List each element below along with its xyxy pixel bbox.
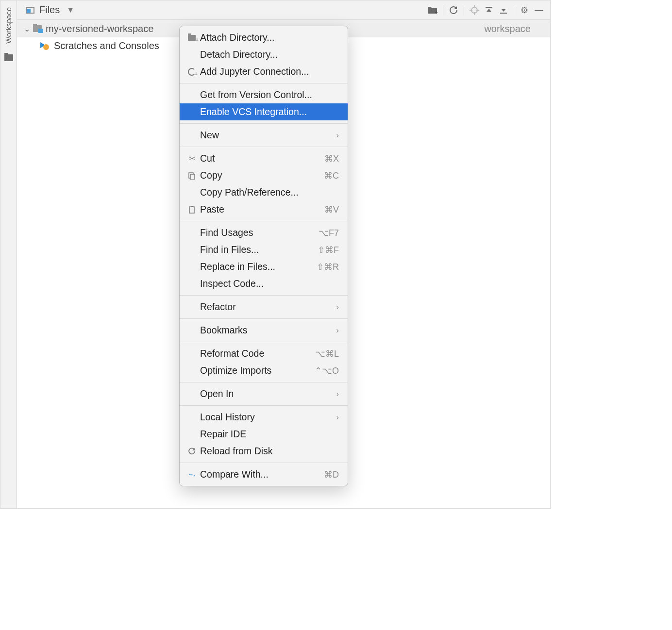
menu-separator: [180, 147, 348, 147]
collapse-all-icon[interactable]: [496, 3, 511, 17]
menu-item-shortcut: ⇧⌘R: [317, 262, 339, 272]
chevron-down-icon[interactable]: ⌄: [24, 24, 30, 33]
copy-icon: [185, 172, 198, 180]
menu-item-label: Open In: [198, 388, 336, 399]
menu-separator: [180, 342, 348, 342]
context-menu: Attach Directory...Detach Directory...Ad…: [179, 26, 348, 486]
gear-icon[interactable]: ⚙: [517, 3, 532, 17]
menu-item-shortcut: ⌘C: [324, 170, 339, 181]
menu-item-label: Detach Directory...: [198, 49, 339, 60]
scratches-icon: [40, 42, 49, 49]
menu-item[interactable]: Refactor›: [180, 298, 348, 315]
menu-item-label: Cut: [198, 153, 324, 164]
menu-item-label: Inspect Code...: [198, 278, 339, 289]
siderail-tab-workspace[interactable]: Workspace: [3, 4, 14, 47]
menu-item[interactable]: Enable VCS Integration...: [180, 103, 348, 120]
paste-icon: [185, 206, 198, 214]
menu-separator: [180, 295, 348, 296]
svg-text:+: +: [435, 10, 437, 15]
menu-item[interactable]: Add Jupyter Connection...: [180, 63, 348, 80]
menu-item-label: Find Usages: [198, 227, 319, 238]
menu-item-label: Copy: [198, 170, 324, 181]
expand-all-icon[interactable]: [482, 3, 496, 17]
view-selector-icon: [26, 7, 34, 14]
menu-separator: [180, 123, 348, 124]
menu-item-label: Compare With...: [198, 469, 324, 480]
menu-item-label: Local History: [198, 412, 336, 423]
refresh-icon[interactable]: [446, 3, 461, 17]
project-folder-icon: [33, 25, 42, 32]
chevron-right-icon: ›: [336, 389, 339, 399]
menu-item-shortcut: ⌘D: [324, 469, 339, 480]
menu-separator: [180, 463, 348, 463]
menu-item[interactable]: Detach Directory...: [180, 46, 348, 63]
project-toolbar: Files ▼ + ⚙ —: [17, 0, 550, 20]
menu-item[interactable]: ✂Cut⌘X: [180, 150, 348, 167]
compare-icon: [185, 471, 198, 478]
tree-scratches-label: Scratches and Consoles: [54, 40, 159, 51]
menu-item[interactable]: Paste⌘V: [180, 201, 348, 218]
menu-separator: [180, 83, 348, 83]
menu-item-shortcut: ⌃⌥O: [315, 365, 339, 376]
menu-item[interactable]: Optimize Imports⌃⌥O: [180, 362, 348, 379]
menu-item[interactable]: Copy⌘C: [180, 167, 348, 184]
menu-separator: [180, 318, 348, 319]
toolbar-separator: [443, 5, 443, 16]
menu-item-shortcut: ⌘X: [324, 153, 339, 164]
menu-separator: [180, 382, 348, 382]
menu-item-shortcut: ⌥⌘L: [315, 348, 339, 359]
menu-item-label: New: [198, 130, 336, 141]
view-selector-label[interactable]: Files: [39, 4, 60, 16]
menu-item[interactable]: Reload from Disk: [180, 443, 348, 460]
menu-item[interactable]: Bookmarks›: [180, 322, 348, 339]
menu-item-label: Reload from Disk: [198, 446, 339, 457]
tool-siderail: Workspace: [0, 0, 17, 508]
menu-item-shortcut: ⌘V: [324, 204, 339, 215]
menu-item[interactable]: Find Usages⌥F7: [180, 224, 348, 241]
chevron-right-icon: ›: [336, 326, 339, 335]
target-icon[interactable]: [467, 3, 482, 17]
menu-item[interactable]: New›: [180, 127, 348, 144]
menu-item[interactable]: Open In›: [180, 385, 348, 402]
menu-item-label: Get from Version Control...: [198, 89, 339, 100]
reload-icon: [185, 448, 198, 455]
menu-item[interactable]: Compare With...⌘D: [180, 466, 348, 483]
menu-item[interactable]: Repair IDE: [180, 426, 348, 443]
folder-icon: [4, 54, 13, 61]
menu-item-label: Attach Directory...: [198, 32, 339, 43]
chevron-right-icon: ›: [336, 413, 339, 422]
menu-item[interactable]: Copy Path/Reference...: [180, 184, 348, 201]
breadcrumb-path-tail: workspace: [484, 23, 531, 34]
menu-item-label: Find in Files...: [198, 244, 318, 255]
menu-item[interactable]: Attach Directory...: [180, 29, 348, 46]
tree-root-label: my-versioned-workspace: [46, 23, 153, 34]
refresh-plus-icon: [185, 68, 198, 76]
menu-separator: [180, 221, 348, 221]
menu-item[interactable]: Replace in Files...⇧⌘R: [180, 258, 348, 275]
menu-item[interactable]: Find in Files...⇧⌘F: [180, 241, 348, 258]
chevron-right-icon: ›: [336, 131, 339, 140]
menu-item-label: Replace in Files...: [198, 261, 317, 272]
menu-item-label: Copy Path/Reference...: [198, 187, 339, 198]
dropdown-caret-icon[interactable]: ▼: [67, 6, 74, 15]
toolbar-separator: [464, 5, 464, 16]
menu-separator: [180, 405, 348, 406]
menu-item[interactable]: Inspect Code...: [180, 275, 348, 292]
menu-item-label: Add Jupyter Connection...: [198, 66, 339, 77]
menu-item-label: Refactor: [198, 301, 336, 313]
menu-item[interactable]: Reformat Code⌥⌘L: [180, 345, 348, 362]
menu-item-label: Bookmarks: [198, 325, 336, 336]
chevron-right-icon: ›: [336, 302, 339, 312]
minimize-icon[interactable]: —: [532, 3, 546, 17]
toolbar-separator: [514, 5, 514, 16]
cut-icon: ✂: [185, 154, 198, 163]
attach-directory-icon[interactable]: +: [425, 3, 440, 17]
svg-rect-9: [190, 174, 195, 180]
menu-item-shortcut: ⌥F7: [319, 228, 339, 238]
menu-item-label: Reformat Code: [198, 348, 315, 359]
svg-rect-11: [191, 206, 193, 207]
menu-item[interactable]: Local History›: [180, 409, 348, 426]
svg-rect-10: [189, 207, 194, 213]
menu-item-label: Paste: [198, 204, 324, 215]
menu-item[interactable]: Get from Version Control...: [180, 86, 348, 103]
